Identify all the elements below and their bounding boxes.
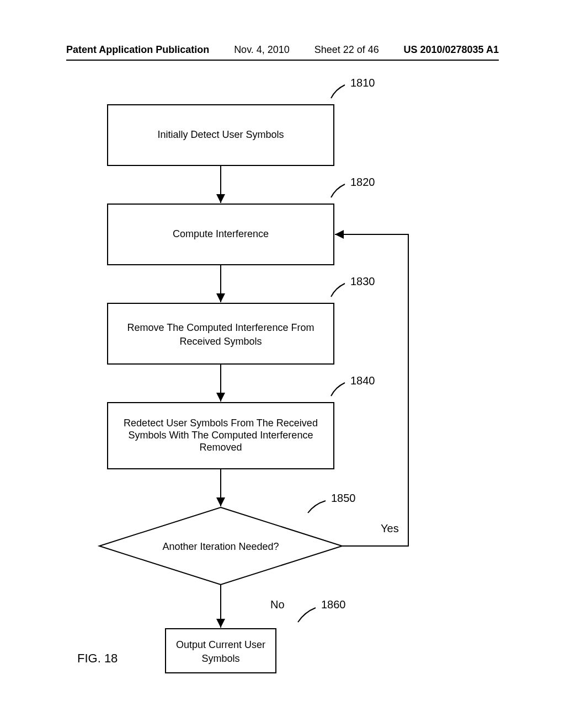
flow-block-1860: Output Current User Symbols 1860 [166,598,346,673]
flow-block-text: Redetect User Symbols From The Received [124,417,318,429]
flow-block-text: Initially Detect User Symbols [157,129,284,140]
flow-block-1810: Initially Detect User Symbols 1810 [108,77,375,165]
sheet-number: Sheet 22 of 46 [315,44,379,56]
ref-label-1810: 1810 [350,77,375,89]
svg-rect-6 [166,629,276,673]
ref-label-1820: 1820 [350,176,375,188]
ref-label-1850: 1850 [331,492,356,504]
publication-date: Nov. 4, 2010 [234,44,290,56]
document-number: US 2010/0278035 A1 [404,44,499,56]
flow-block-1820: Compute Interference 1820 [108,176,375,265]
flow-decision-text: Another Iteration Needed? [162,541,279,552]
edge-no: No [221,585,285,628]
flowchart-svg: Initially Detect User Symbols 1810 Compu… [0,72,565,717]
ref-label-1830: 1830 [350,275,375,287]
flow-block-text: Compute Interference [173,228,269,239]
header-rule [66,60,499,61]
page: Patent Application Publication Nov. 4, 2… [0,0,565,728]
edge-yes-label: Yes [381,522,399,534]
flow-block-text: Symbols With The Computed Interference [129,430,313,441]
ref-label-1860: 1860 [321,598,346,611]
flow-block-text: Removed [199,442,242,453]
flow-block-text: Output Current User [176,639,265,650]
flow-block-1830: Remove The Computed Interference From Re… [108,275,375,364]
svg-rect-2 [108,303,334,364]
ref-label-1840: 1840 [350,374,375,387]
flow-block-1840: Redetect User Symbols From The Received … [108,374,375,469]
flow-block-text: Remove The Computed Interference From [127,322,315,333]
publication-label: Patent Application Publication [66,44,209,56]
page-header: Patent Application Publication Nov. 4, 2… [66,44,499,56]
figure-label: FIG. 18 [77,651,118,665]
flow-block-text: Symbols [201,653,239,664]
flow-block-text: Received Symbols [179,336,262,347]
flow-decision-1850: Another Iteration Needed? 1850 [99,492,356,585]
edge-no-label: No [270,598,285,611]
